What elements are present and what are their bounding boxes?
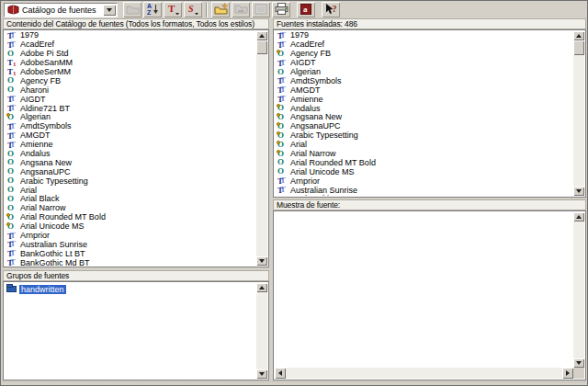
scroll-up-button[interactable] [573,212,584,221]
font-name: AcadEref [20,40,54,49]
font-list-item[interactable]: O Agency FB [275,50,573,59]
preview-button[interactable] [252,2,270,17]
font-name: Aharoni [20,86,49,95]
arrow-up-icon [576,215,582,219]
sort-button[interactable]: AZ [143,2,162,17]
font-name: Arial [290,141,307,149]
font-list-item[interactable]: TT AIGDT [5,95,256,104]
new-folder-icon [214,2,228,18]
font-list-item[interactable]: O Arial Unicode MS [275,167,573,176]
font-list-item[interactable]: T1 AdobeSerMM [5,68,256,77]
scroll-right-button[interactable] [562,368,573,379]
font-list-item[interactable]: TT BankGothic Md BT [5,258,256,266]
font-list-item[interactable]: O Andalus [5,150,256,159]
scroll-up-button[interactable] [573,31,584,40]
font-name: AIGDT [20,96,46,104]
installed-font-list[interactable]: TT 1979 TT AcadEref O Agency FB TT AIGDT… [273,29,586,198]
arrow-up-icon [259,34,265,38]
font-list-item[interactable]: O Arabic Typesetting [5,176,256,186]
font-name: Andalus [290,105,321,113]
catalog-list-scrollbar[interactable] [256,31,267,266]
font-list-item[interactable]: TT Arnprior [5,232,256,241]
font-name: AngsanaUPC [290,122,341,131]
font-name: AdobeSanMM [20,59,73,67]
font-name: Arial Black [20,195,60,203]
font-name: Arial Rounded MT Bold [20,213,106,221]
scroll-down-button[interactable] [573,358,584,368]
window-bottom-edge [3,381,585,382]
svg-text:A: A [147,3,152,9]
book-icon [7,2,19,18]
scroll-down-button[interactable] [573,187,584,196]
font-list-item[interactable]: TT BankGothic Lt BT [5,249,256,258]
image-icon [254,2,267,18]
catalog-font-list[interactable]: TT 1979 TT AcadEref O Adobe Pi Std T1 Ad… [3,29,269,267]
font-list-item[interactable]: O Algerian [275,68,573,77]
font-name: Australian Sunrise [290,187,357,195]
arrow-right-icon [566,370,570,376]
style-filter-icon: S [187,2,198,18]
font-list-item[interactable]: O Agency FB [5,76,256,85]
svg-text:Z: Z [147,9,152,15]
font-list-item[interactable]: O Aharoni [5,85,256,95]
font-name: Arnprior [20,232,50,240]
help-button[interactable]: ? [322,2,340,17]
sample-horizontal-scrollbar[interactable] [275,368,573,379]
move-to-group-button[interactable] [232,2,250,17]
catalog-selector[interactable]: Catálogo de fuentes [4,3,118,17]
font-list-item[interactable]: TT BankGothic Lt BT [275,195,573,196]
folder-icon [126,2,140,18]
font-name: Aldine721 BT [20,105,70,113]
font-name: Adobe Pi Std [20,50,69,58]
scroll-down-button[interactable] [256,256,267,266]
font-name: Arial Rounded MT Bold [290,159,376,167]
font-sample-header: Muestra de fuente: [273,199,586,210]
font-list-item[interactable]: TT Amienne [275,95,573,104]
svg-text:T: T [168,3,175,14]
new-group-button[interactable] [211,2,230,17]
scroll-left-button[interactable] [275,368,286,379]
truetype-icon: TT [6,258,17,266]
font-name: Arnprior [290,177,320,186]
group-item[interactable]: handwritten [5,283,256,294]
scrollbar-thumb[interactable] [256,40,267,54]
font-groups-list[interactable]: handwritten [3,281,269,380]
font-list-item[interactable]: TT Arnprior [275,176,573,186]
font-name: AdobeSerMM [20,68,71,76]
atm-button[interactable]: a [297,2,315,17]
font-name: Arial Unicode MS [290,168,355,176]
font-name: Angsana New [290,113,342,121]
font-name: Agency FB [20,77,61,85]
font-name: AMGDT [20,131,51,140]
font-list-item[interactable]: O Arial Rounded MT Bold [275,158,573,167]
font-name: AMGDT [290,86,321,95]
print-button[interactable] [272,2,290,17]
arrow-left-icon [278,370,282,376]
catalog-selector-value: Catálogo de fuentes [22,4,96,17]
open-folder-button[interactable] [123,2,141,17]
scroll-up-button[interactable] [256,283,267,292]
font-list-item[interactable]: TT Australian Sunrise [5,240,256,249]
font-list-item[interactable]: O Angsana New [5,158,256,167]
style-filter-button[interactable]: S [184,2,202,17]
font-list-item[interactable]: TT AMGDT [275,85,573,95]
scrollbar-thumb[interactable] [573,40,584,55]
font-manager-window: { "toolbar": { "catalog_select": { "valu… [0,0,588,386]
font-list-item[interactable]: O Arabic Typesetting [275,131,573,141]
font-name: Algerian [290,68,321,76]
groups-list-scrollbar[interactable] [256,283,267,379]
catalog-selector-dropdown-button[interactable] [103,5,116,16]
font-list-item[interactable]: TT AmdtSymbols [275,76,573,85]
sample-vertical-scrollbar[interactable] [573,212,584,368]
font-name: Arabic Typesetting [20,177,88,186]
format-filter-button[interactable]: T [164,2,182,17]
installed-list-scrollbar[interactable] [573,31,584,196]
catalog-font-rows: TT 1979 TT AcadEref O Adobe Pi Std T1 Ad… [5,31,256,266]
font-list-item[interactable]: O Arial Narrow [275,150,573,159]
scroll-up-button[interactable] [256,31,267,40]
scroll-down-button[interactable] [256,369,267,379]
installed-font-rows: TT 1979 TT AcadEref O Agency FB TT AIGDT… [275,31,573,196]
font-name: Arabic Typesetting [290,131,358,140]
truetype-icon: TT [277,195,288,196]
font-list-item[interactable]: O AngsanaUPC [5,167,256,176]
